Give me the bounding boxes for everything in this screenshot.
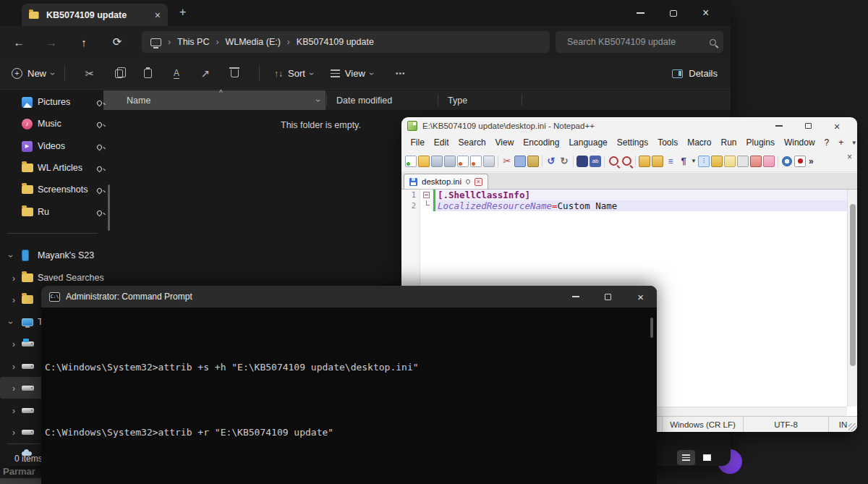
zoom-out-icon[interactable] [622, 156, 631, 166]
macro-record-icon[interactable] [794, 156, 806, 167]
column-header-name[interactable]: Name ^ › [103, 90, 326, 110]
cut-button[interactable]: ✂ [75, 63, 104, 85]
back-button[interactable]: ← [10, 33, 27, 51]
breadcrumb-current-folder[interactable]: KB5074109 update [297, 37, 374, 47]
cut-icon[interactable]: ✂ [501, 156, 513, 167]
menu-search[interactable]: Search [454, 137, 490, 148]
chevron-collapsed-icon[interactable]: › [12, 296, 15, 305]
close-button[interactable]: × [624, 286, 657, 307]
column-header-date-modified[interactable]: Date modified [336, 90, 392, 110]
explorer-tab[interactable]: KB5074109 update × [22, 4, 168, 26]
breadcrumb-drive[interactable]: WLMedia (E:) [225, 37, 280, 47]
close-file-icon[interactable] [457, 156, 469, 167]
chevron-collapsed-icon[interactable]: › [12, 362, 15, 371]
resize-grip[interactable] [848, 423, 856, 431]
details-view-button[interactable] [677, 450, 695, 465]
sidebar-item-music[interactable]: ♪ Music [0, 113, 112, 135]
refresh-button[interactable]: ⟳ [109, 33, 126, 51]
tab-close-icon[interactable]: × [155, 10, 161, 20]
sidebar-item-videos[interactable]: ▶ Videos [0, 135, 112, 157]
new-file-icon[interactable] [405, 156, 417, 167]
word-wrap-icon[interactable]: ≡ [665, 156, 676, 167]
file-browser-icon[interactable] [763, 156, 775, 167]
find-icon[interactable] [576, 156, 588, 167]
zoom-in-icon[interactable] [609, 156, 618, 166]
menu-tools[interactable]: Tools [653, 137, 683, 148]
sync-vertical-icon[interactable] [639, 156, 650, 167]
chevron-down-icon[interactable]: › [314, 99, 323, 102]
menu-language[interactable]: Language [564, 137, 612, 148]
fold-collapse-icon[interactable] [423, 192, 430, 198]
sidebar-item-wl-articles[interactable]: WL Articles [0, 157, 112, 179]
document-map-icon[interactable] [724, 156, 736, 167]
replace-icon[interactable]: ab [590, 156, 601, 167]
save-all-icon[interactable] [444, 156, 456, 167]
up-button[interactable]: ↑ [75, 33, 93, 51]
paste-icon[interactable] [527, 156, 539, 167]
maximize-button[interactable] [657, 0, 689, 26]
dropdown-icon[interactable]: ▼ [691, 158, 697, 164]
chevron-collapsed-icon[interactable]: › [12, 384, 15, 393]
undo-icon[interactable]: ↺ [545, 156, 557, 167]
panel-close-icon[interactable]: × [847, 152, 852, 162]
view-button[interactable]: View › [331, 68, 373, 79]
notepadpp-title-bar[interactable]: E:\KB5074109 update\desktop.ini - Notepa… [401, 117, 857, 135]
indent-guide-icon[interactable]: ⫶ [698, 156, 710, 167]
menu-file[interactable]: File [406, 137, 429, 148]
column-header-type[interactable]: Type [448, 90, 467, 110]
sidebar-item-ru[interactable]: Ru [0, 201, 112, 223]
redo-icon[interactable]: ↻ [558, 156, 570, 167]
tab-pin-icon[interactable] [465, 179, 471, 184]
menu-run[interactable]: Run [716, 137, 741, 148]
close-button[interactable]: × [689, 0, 722, 26]
chevron-collapsed-icon[interactable]: › [12, 274, 15, 283]
column-divider[interactable] [522, 95, 522, 106]
menu-window[interactable]: Window [779, 137, 820, 148]
search-input[interactable] [567, 37, 710, 47]
show-all-chars-icon[interactable]: ¶ [678, 156, 689, 167]
menu-plus[interactable]: + [834, 137, 848, 148]
copy-icon[interactable] [514, 156, 526, 167]
chevron-collapsed-icon[interactable]: › [12, 340, 15, 349]
sort-button[interactable]: ↑↓ Sort › [274, 68, 313, 79]
details-button[interactable]: Details [672, 68, 718, 79]
menu-settings[interactable]: Settings [612, 137, 652, 148]
chevron-expanded-icon[interactable]: › [7, 321, 15, 324]
address-bar[interactable]: › This PC › WLMedia (E:) › KB5074109 upd… [142, 31, 550, 53]
more-options-button[interactable]: ••• [386, 63, 415, 85]
tab-close-icon[interactable]: × [475, 178, 482, 186]
sidebar-item-phone[interactable]: › Mayank's S23 [0, 245, 112, 266]
save-icon[interactable] [431, 156, 443, 167]
thumbnail-view-button[interactable] [698, 450, 716, 465]
column-divider[interactable] [326, 95, 327, 106]
close-button[interactable]: × [822, 118, 851, 134]
document-list-icon[interactable] [737, 156, 749, 167]
search-box[interactable] [556, 31, 723, 53]
minimize-button[interactable] [765, 118, 793, 134]
sidebar-item-screenshots[interactable]: Screenshots [0, 179, 112, 200]
delete-button[interactable] [220, 63, 249, 85]
document-tab[interactable]: desktop.ini × [404, 174, 488, 189]
function-list-icon[interactable] [711, 156, 723, 167]
view-monitor-icon[interactable] [782, 156, 792, 166]
minimize-button[interactable] [624, 0, 657, 26]
sync-horizontal-icon[interactable] [652, 156, 663, 167]
cmd-scrollbar[interactable] [650, 318, 653, 338]
paste-button[interactable] [133, 63, 162, 85]
menu-macro[interactable]: Macro [683, 137, 716, 148]
close-all-icon[interactable] [470, 156, 482, 167]
chevron-collapsed-icon[interactable]: › [12, 428, 15, 437]
column-divider[interactable] [438, 95, 438, 106]
maximize-button[interactable] [592, 286, 624, 307]
cmd-title-bar[interactable]: C:\ Administrator: Command Prompt × [41, 286, 657, 307]
menu-encoding[interactable]: Encoding [519, 137, 564, 148]
menu-help[interactable]: ? [820, 137, 834, 148]
breadcrumb-this-pc[interactable]: This PC [177, 37, 209, 47]
forward-button[interactable]: → [43, 33, 60, 51]
scrollbar-thumb[interactable] [850, 204, 856, 366]
new-tab-button[interactable]: + [179, 6, 186, 19]
toolbar-overflow-icon[interactable]: » [809, 156, 814, 166]
folder-as-workspace-icon[interactable] [750, 156, 762, 167]
cmd-output[interactable]: C:\Windows\System32>attrib +s +h "E:\KB5… [45, 313, 647, 484]
new-button[interactable]: + New › [12, 68, 54, 79]
